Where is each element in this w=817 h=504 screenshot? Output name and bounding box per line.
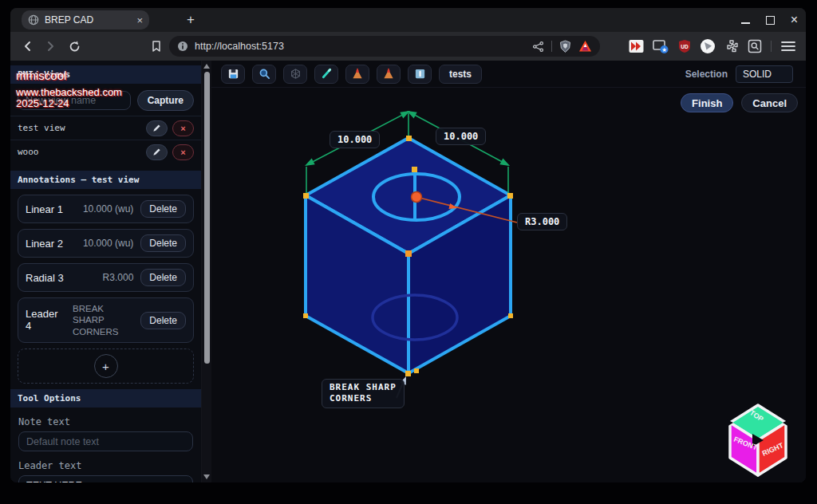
delete-annotation-button[interactable]: Delete — [140, 234, 186, 252]
mesh-gear-icon — [290, 68, 302, 80]
pen-icon — [152, 148, 161, 156]
volcano-icon — [351, 68, 364, 80]
brave-rewards-icon[interactable] — [578, 40, 592, 53]
new-tab-button[interactable]: + — [183, 12, 199, 28]
forward-icon[interactable] — [44, 40, 57, 53]
delete-annotation-button[interactable]: Delete — [140, 269, 186, 286]
ext-red-arrows-icon[interactable] — [629, 39, 644, 53]
view-cube[interactable]: TOP FRONT RIGHT — [727, 405, 789, 475]
leader-text-label: Leader text — [18, 460, 193, 471]
annotation-row: Linear 2 10.000 (wu) Delete — [18, 229, 194, 258]
minimize-icon[interactable] — [741, 17, 750, 24]
url-right-icons — [532, 40, 592, 53]
tests-button[interactable]: tests — [439, 65, 482, 84]
divider — [771, 41, 772, 52]
site-info-icon[interactable] — [177, 41, 188, 52]
reload-icon[interactable] — [68, 40, 81, 53]
extensions-puzzle-icon[interactable] — [724, 39, 739, 53]
bookmark-icon[interactable] — [151, 40, 162, 53]
finish-button[interactable]: Finish — [681, 93, 733, 112]
dimension-label-left[interactable]: 10.000 — [330, 131, 380, 148]
radial-center-point[interactable] — [412, 192, 422, 203]
leader-note-line2: CORNERS — [330, 393, 397, 404]
view-name: wooo — [18, 147, 141, 157]
capture-row: Capture — [10, 84, 201, 116]
x-icon: × — [180, 148, 185, 157]
ext-circle-logo-icon[interactable] — [700, 38, 716, 54]
cad-scene: TOP FRONT RIGHT — [211, 61, 806, 482]
window-close-icon[interactable]: × — [791, 15, 798, 25]
pen-ruler-icon — [321, 68, 333, 80]
magnifier-icon — [259, 68, 270, 80]
annotation-name: Leader 4 — [26, 309, 65, 333]
pen-icon — [152, 124, 161, 132]
url-text[interactable]: http://localhost:5173 — [195, 41, 526, 52]
edit-view-button[interactable] — [146, 120, 168, 136]
leader-note-label[interactable]: BREAK SHARP CORNERS — [322, 379, 405, 408]
svg-text:UD: UD — [681, 44, 689, 49]
annotation-value: R3.000 — [71, 272, 134, 283]
note-text-input[interactable] — [18, 431, 193, 451]
svg-text:★: ★ — [661, 45, 667, 53]
ext-ud-shield-icon[interactable]: UD — [678, 39, 691, 53]
column-icon — [414, 68, 426, 80]
address-bar[interactable]: http://localhost:5173 — [169, 36, 600, 57]
annotation-row: Radial 3 R3.000 Delete — [18, 263, 194, 292]
mesh-settings-button[interactable] — [283, 65, 307, 84]
tool-options-header: Tool Options — [10, 389, 201, 408]
ext-window-star-icon[interactable]: ★ — [653, 39, 669, 54]
annotation-value: 10.000 (wu) — [70, 238, 133, 249]
sidebar-scrollbar[interactable] — [201, 61, 211, 482]
annotations-header: Annotations — test view — [10, 171, 201, 189]
new-view-name-input[interactable] — [18, 91, 131, 110]
column-info-button[interactable] — [408, 65, 432, 84]
scroll-up-icon[interactable] — [203, 64, 210, 69]
pmi-sidebar: PMI: Views Capture test view × wooo — [10, 61, 201, 482]
volcano-tool-2-button[interactable] — [377, 65, 401, 84]
view-row-test-view[interactable]: test view × — [10, 116, 201, 140]
save-button[interactable] — [221, 65, 245, 84]
annotation-row: Leader 4 BREAK SHARP CORNERS Delete — [18, 297, 194, 343]
dimension-label-right[interactable]: 10.000 — [436, 128, 486, 145]
delete-annotation-button[interactable]: Delete — [140, 200, 186, 218]
delete-view-button[interactable]: × — [172, 144, 194, 160]
tab-close-icon[interactable]: × — [136, 15, 143, 26]
capture-button[interactable]: Capture — [137, 90, 194, 111]
note-text-label: Note text — [18, 416, 193, 427]
pen-tool-button[interactable] — [314, 65, 338, 84]
ext-box-search-icon[interactable] — [748, 39, 762, 53]
share-icon[interactable] — [532, 41, 544, 53]
delete-view-button[interactable]: × — [172, 120, 194, 136]
browser-tab[interactable]: BREP CAD × — [22, 10, 149, 30]
selection-mode-select[interactable]: SOLID — [736, 65, 793, 83]
brave-shield-icon[interactable] — [559, 40, 571, 53]
zoom-button[interactable] — [252, 65, 276, 84]
scroll-down-icon[interactable] — [203, 474, 210, 479]
annotation-name: Linear 2 — [26, 238, 63, 250]
cad-canvas[interactable]: TOP FRONT RIGHT 10.000 10.000 R3.000 BRE… — [211, 61, 806, 482]
maximize-icon[interactable] — [766, 16, 775, 25]
view-row-wooo[interactable]: wooo × — [10, 140, 201, 163]
add-annotation-button[interactable]: + — [94, 354, 118, 378]
menu-hamburger-icon[interactable] — [780, 40, 796, 53]
finish-cancel-row: Finish Cancel — [681, 93, 798, 112]
annotation-row: Linear 1 10.000 (wu) Delete — [18, 195, 194, 223]
annotation-value: BREAK SHARP CORNERS — [73, 303, 133, 337]
delete-annotation-button[interactable]: Delete — [140, 312, 186, 329]
radius-label[interactable]: R3.000 — [517, 213, 567, 230]
back-icon[interactable] — [22, 40, 34, 53]
annotation-name: Linear 1 — [26, 203, 63, 215]
divider — [551, 41, 552, 52]
edit-view-button[interactable] — [146, 144, 168, 160]
tab-strip: BREP CAD × + × — [10, 8, 806, 32]
window-controls: × — [741, 8, 798, 32]
cancel-button[interactable]: Cancel — [741, 93, 798, 112]
volcano-tool-1-button[interactable] — [345, 65, 369, 84]
browser-navbar: http://localhost:5173 — [10, 32, 806, 61]
scrollbar-thumb[interactable] — [204, 72, 210, 364]
pmi-views-header: PMI: Views — [10, 65, 201, 84]
view-name: test view — [18, 123, 141, 133]
browser-window: BREP CAD × + × — [10, 8, 806, 482]
app-content: PMI: Views Capture test view × wooo — [10, 61, 806, 482]
leader-text-input[interactable] — [18, 475, 193, 482]
